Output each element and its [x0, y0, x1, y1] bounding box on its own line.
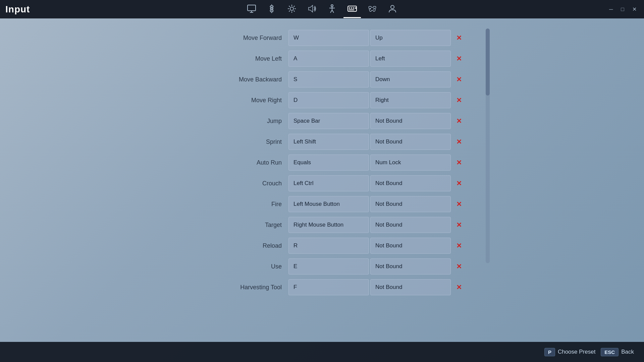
nav-icon-accessibility[interactable]	[323, 1, 341, 18]
table-row: Move Forward W Up ✕	[161, 28, 483, 47]
svg-point-28	[373, 9, 374, 10]
primary-binding[interactable]: D	[288, 92, 369, 108]
secondary-binding[interactable]: Not Bound	[370, 175, 451, 191]
svg-line-18	[332, 10, 334, 13]
choose-preset-label: Choose Preset	[558, 349, 595, 355]
table-row: Auto Run Equals Num Lock ✕	[161, 153, 483, 172]
action-label: Move Backward	[161, 76, 288, 83]
secondary-binding[interactable]: Not Bound	[370, 217, 451, 233]
nav-icon-settings[interactable]	[263, 1, 280, 18]
table-row: Crouch Left Ctrl Not Bound ✕	[161, 174, 483, 193]
action-label: Move Left	[161, 55, 288, 62]
clear-binding-button[interactable]: ✕	[452, 114, 466, 128]
primary-binding[interactable]: Space Bar	[288, 113, 369, 129]
window-controls: ─ □ ✕	[607, 5, 639, 13]
clear-binding-button[interactable]: ✕	[452, 52, 466, 65]
table-row: Use E Not Bound ✕	[161, 257, 483, 276]
primary-binding[interactable]: F	[288, 279, 369, 295]
primary-binding[interactable]: Right Mouse Button	[288, 217, 369, 233]
secondary-binding[interactable]: Not Bound	[370, 113, 451, 129]
primary-binding[interactable]: R	[288, 238, 369, 254]
table-row: Move Right D Right ✕	[161, 91, 483, 110]
primary-binding[interactable]: A	[288, 51, 369, 67]
page-title: Input	[5, 4, 30, 15]
secondary-binding[interactable]: Not Bound	[370, 196, 451, 212]
primary-binding[interactable]: Left Shift	[288, 134, 369, 150]
table-row: Move Backward S Down ✕	[161, 70, 483, 89]
secondary-binding[interactable]: Not Bound	[370, 279, 451, 295]
secondary-binding[interactable]: Left	[370, 51, 451, 67]
secondary-binding[interactable]: Up	[370, 30, 451, 46]
scrollbar-thumb[interactable]	[486, 28, 490, 96]
maximize-button[interactable]: □	[619, 6, 626, 13]
svg-rect-0	[248, 5, 256, 11]
clear-binding-button[interactable]: ✕	[452, 218, 466, 232]
clear-binding-button[interactable]: ✕	[452, 156, 466, 169]
action-label: Fire	[161, 201, 288, 208]
svg-rect-22	[353, 7, 354, 9]
clear-binding-button[interactable]: ✕	[452, 281, 466, 294]
table-row: Target Right Mouse Button Not Bound ✕	[161, 216, 483, 234]
table-row: Harvesting Tool F Not Bound ✕	[161, 278, 483, 297]
svg-rect-21	[351, 7, 352, 9]
nav-icon-brightness[interactable]	[283, 1, 301, 18]
svg-line-10	[294, 11, 295, 12]
back-label: Back	[621, 349, 634, 355]
primary-binding[interactable]: Left Mouse Button	[288, 196, 369, 212]
nav-icon-input[interactable]	[343, 1, 361, 18]
nav-icon-display[interactable]	[243, 1, 260, 18]
nav-icon-audio[interactable]	[303, 1, 321, 18]
close-button[interactable]: ✕	[630, 5, 639, 13]
primary-binding[interactable]: Equals	[288, 155, 369, 171]
table-row: Jump Space Bar Not Bound ✕	[161, 112, 483, 130]
secondary-binding[interactable]: Right	[370, 92, 451, 108]
secondary-binding[interactable]: Down	[370, 71, 451, 87]
clear-binding-button[interactable]: ✕	[452, 94, 466, 107]
table-row: Fire Left Mouse Button Not Bound ✕	[161, 195, 483, 214]
keybindings-container: Move Forward W Up ✕ Move Left A Left ✕ M…	[161, 28, 483, 299]
secondary-binding[interactable]: Not Bound	[370, 238, 451, 254]
choose-preset-button[interactable]: P Choose Preset	[544, 348, 595, 356]
svg-rect-23	[349, 9, 354, 10]
secondary-binding[interactable]: Not Bound	[370, 258, 451, 275]
svg-point-3	[270, 7, 273, 10]
action-label: Move Right	[161, 97, 288, 104]
primary-binding[interactable]: S	[288, 71, 369, 87]
clear-binding-button[interactable]: ✕	[452, 197, 466, 211]
secondary-binding[interactable]: Not Bound	[370, 134, 451, 150]
clear-binding-button[interactable]: ✕	[452, 177, 466, 190]
table-row: Move Left A Left ✕	[161, 49, 483, 68]
nav-icon-account[interactable]	[384, 1, 401, 18]
action-label: Auto Run	[161, 159, 288, 166]
scrollbar-track[interactable]	[486, 28, 490, 263]
svg-line-11	[294, 6, 295, 7]
main-content: Move Forward W Up ✕ Move Left A Left ✕ M…	[0, 18, 644, 362]
back-button[interactable]: ESC Back	[601, 348, 634, 356]
clear-binding-button[interactable]: ✕	[452, 260, 466, 273]
svg-marker-13	[309, 5, 313, 12]
nav-icon-controller[interactable]	[364, 1, 381, 18]
bottom-bar: P Choose Preset ESC Back	[0, 342, 644, 362]
action-label: Move Forward	[161, 35, 288, 42]
secondary-binding[interactable]: Num Lock	[370, 155, 451, 171]
svg-line-9	[289, 6, 290, 7]
nav-bar	[243, 1, 401, 18]
svg-rect-24	[355, 7, 356, 9]
svg-line-12	[289, 11, 290, 12]
svg-rect-20	[349, 7, 350, 9]
action-label: Harvesting Tool	[161, 284, 288, 291]
keybindings-area: Move Forward W Up ✕ Move Left A Left ✕ M…	[0, 18, 644, 342]
clear-binding-button[interactable]: ✕	[452, 73, 466, 86]
table-row: Reload R Not Bound ✕	[161, 236, 483, 255]
primary-binding[interactable]: Left Ctrl	[288, 175, 369, 191]
primary-binding[interactable]: W	[288, 30, 369, 46]
minimize-button[interactable]: ─	[607, 6, 615, 13]
title-bar: Input	[0, 0, 644, 18]
action-label: Crouch	[161, 180, 288, 187]
clear-binding-button[interactable]: ✕	[452, 239, 466, 252]
back-key: ESC	[601, 348, 619, 356]
clear-binding-button[interactable]: ✕	[452, 31, 466, 45]
svg-point-4	[290, 7, 293, 10]
primary-binding[interactable]: E	[288, 258, 369, 275]
clear-binding-button[interactable]: ✕	[452, 135, 466, 148]
